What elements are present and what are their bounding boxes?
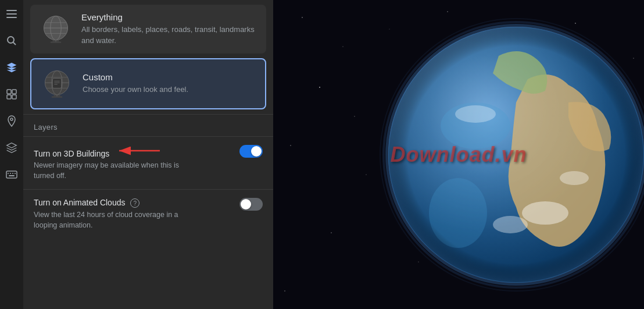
custom-description: Choose your own look and feel. (83, 84, 188, 95)
svg-point-58 (354, 116, 355, 116)
svg-rect-6 (12, 90, 16, 94)
toolbar (0, 0, 23, 309)
svg-rect-10 (6, 171, 17, 178)
everything-card-icon (38, 12, 73, 47)
clouds-description: View the last 24 hours of cloud coverage… (34, 210, 191, 230)
keyboard-icon[interactable] (3, 166, 20, 183)
svg-point-39 (302, 17, 303, 18)
svg-rect-1 (6, 13, 17, 15)
svg-point-41 (319, 87, 320, 88)
side-panel: Everything All borders, labels, places, … (23, 0, 273, 309)
buildings-info: Turn on 3D Buildings Newer (34, 145, 191, 181)
custom-card-text: Custom Choose your own look and feel. (83, 72, 188, 95)
stack-icon[interactable] (3, 140, 20, 156)
svg-rect-8 (12, 95, 16, 99)
svg-point-51 (331, 232, 331, 233)
location-pin-icon[interactable] (3, 113, 20, 129)
search-icon[interactable] (3, 33, 20, 49)
everything-card-text: Everything All borders, labels, places, … (81, 12, 258, 45)
everything-description: All borders, labels, places, roads, tran… (81, 24, 258, 45)
svg-point-70 (388, 27, 644, 283)
everything-card[interactable]: Everything All borders, labels, places, … (30, 5, 266, 54)
red-arrow-annotation (116, 145, 163, 158)
svg-rect-5 (7, 90, 11, 94)
layers-icon[interactable] (3, 59, 20, 76)
clouds-toggle-row: Turn on Animated Clouds ? View the last … (23, 189, 273, 239)
svg-line-4 (13, 42, 16, 45)
svg-point-47 (290, 145, 291, 145)
custom-card-icon (40, 66, 74, 101)
buildings-toggle[interactable] (239, 145, 263, 158)
svg-rect-29 (53, 79, 62, 88)
clouds-help-icon[interactable]: ? (130, 198, 139, 208)
clouds-title: Turn on Animated Clouds ? (34, 198, 191, 208)
clouds-toggle-thumb (241, 199, 251, 209)
svg-point-3 (8, 37, 14, 43)
clouds-toggle[interactable] (239, 198, 263, 211)
buildings-toggle-row: Turn on 3D Buildings Newer (23, 136, 273, 189)
svg-point-55 (284, 290, 285, 291)
svg-point-48 (366, 174, 366, 175)
svg-point-9 (10, 118, 13, 120)
map-area: Download.vn (273, 0, 644, 309)
svg-rect-0 (6, 10, 17, 11)
custom-card[interactable]: Custom Choose your own look and feel. (30, 58, 266, 109)
svg-rect-22 (51, 41, 62, 42)
svg-rect-2 (6, 17, 17, 18)
earth-svg (371, 9, 644, 300)
menu-icon[interactable] (3, 6, 20, 22)
custom-title: Custom (83, 72, 188, 82)
buildings-toggle-thumb (251, 146, 262, 157)
grid-icon[interactable] (3, 86, 20, 102)
everything-title: Everything (81, 12, 258, 22)
earth-globe (371, 9, 644, 300)
svg-rect-34 (52, 96, 63, 97)
buildings-description: Newer imagery may be available when this… (34, 161, 191, 181)
svg-rect-7 (7, 95, 11, 99)
layers-section-header: Layers (23, 114, 273, 136)
svg-point-40 (342, 46, 343, 47)
buildings-title: Turn on 3D Buildings (34, 145, 191, 158)
clouds-info: Turn on Animated Clouds ? View the last … (34, 198, 191, 230)
